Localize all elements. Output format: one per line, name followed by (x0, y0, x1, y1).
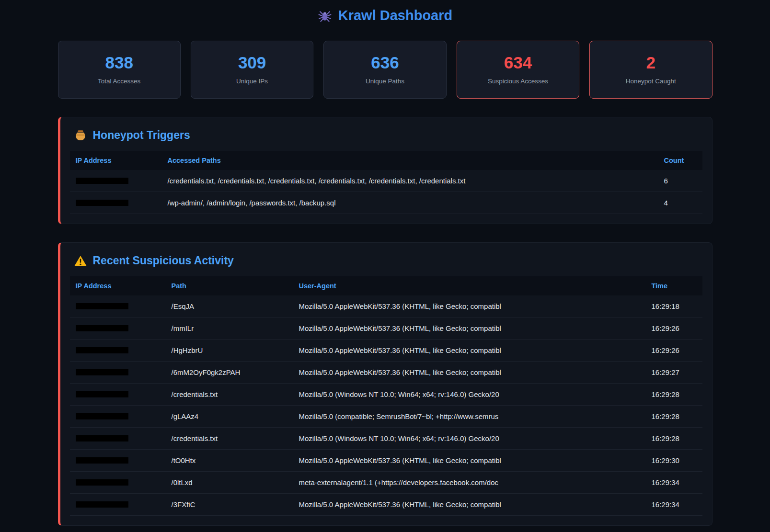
stat-label: Unique IPs (196, 78, 308, 85)
redacted-ip-bar (76, 347, 128, 353)
time-cell: 16:29:18 (646, 295, 702, 317)
warning-icon (74, 254, 87, 268)
ip-cell (70, 449, 166, 471)
path-cell: /mmILr (166, 317, 293, 339)
ip-cell (70, 317, 166, 339)
path-cell: /credentials.txt (166, 427, 293, 449)
ip-cell (70, 427, 166, 449)
path-cell: /3FXfiC (166, 493, 293, 515)
user-agent-cell: Mozilla/5.0 AppleWebKit/537.36 (KHTML, l… (293, 317, 646, 339)
redacted-ip-bar (76, 501, 128, 508)
redacted-ip-bar (76, 325, 128, 331)
ip-cell (70, 493, 166, 515)
path-cell: /0ltLxd (166, 471, 293, 493)
spider-icon (318, 9, 332, 23)
redacted-ip-bar (76, 303, 128, 309)
time-cell: 16:29:28 (646, 427, 702, 449)
time-cell: 16:29:26 (646, 339, 702, 361)
ip-cell (70, 383, 166, 405)
dashboard-viewport: Krawl Dashboard 838 Total Accesses 309 U… (0, 0, 770, 532)
table-row: /credentials.txtMozilla/5.0 (Windows NT … (70, 383, 702, 405)
table-row: /0ltLxdmeta-externalagent/1.1 (+https://… (70, 471, 702, 493)
column-header-count: Count (658, 151, 702, 170)
table-row: /credentials.txt, /credentials.txt, /cre… (70, 170, 702, 192)
time-cell: 16:29:30 (646, 449, 702, 471)
suspicious-section-title-text: Recent Suspicious Activity (93, 254, 234, 267)
path-cell: /HgHzbrU (166, 339, 293, 361)
time-cell: 16:29:34 (646, 471, 702, 493)
user-agent-cell: Mozilla/5.0 AppleWebKit/537.36 (KHTML, l… (293, 295, 646, 317)
stat-label: Unique Paths (329, 78, 441, 85)
time-cell: 16:29:28 (646, 405, 702, 427)
honeypot-table-header: IP Address Accessed Paths Count (70, 151, 702, 170)
time-cell: 16:29:26 (646, 317, 702, 339)
user-agent-cell: Mozilla/5.0 AppleWebKit/537.36 (KHTML, l… (293, 449, 646, 471)
suspicious-table-body: /EsqJAMozilla/5.0 AppleWebKit/537.36 (KH… (70, 295, 702, 516)
redacted-ip-bar (76, 457, 128, 464)
stats-row: 838 Total Accesses 309 Unique IPs 636 Un… (58, 41, 713, 99)
stat-card-total-accesses: 838 Total Accesses (58, 41, 181, 99)
path-cell: /6mM2OyF0gk2zPAH (166, 361, 293, 383)
path-cell: /tO0Htx (166, 449, 293, 471)
stat-label: Honeypot Caught (595, 78, 707, 85)
table-row: /tO0HtxMozilla/5.0 AppleWebKit/537.36 (K… (70, 449, 702, 471)
stat-card-unique-paths: 636 Unique Paths (323, 41, 446, 99)
stat-card-honeypot-caught: 2 Honeypot Caught (589, 41, 712, 99)
suspicious-table: IP Address Path User-Agent Time /EsqJAMo… (70, 276, 702, 516)
column-header-accessed-paths: Accessed Paths (162, 151, 658, 170)
stat-value: 2 (595, 54, 707, 72)
count-cell: 4 (658, 192, 702, 214)
honeypot-section-title-text: Honeypot Triggers (93, 129, 190, 142)
redacted-ip-bar (76, 200, 128, 206)
suspicious-section-title: Recent Suspicious Activity (70, 254, 702, 268)
redacted-ip-bar (76, 479, 128, 486)
honeypot-table: IP Address Accessed Paths Count /credent… (70, 151, 702, 214)
page-title: Krawl Dashboard (58, 8, 713, 23)
ip-cell (70, 361, 166, 383)
accessed-paths-cell: /credentials.txt, /credentials.txt, /cre… (162, 170, 658, 192)
table-row: /EsqJAMozilla/5.0 AppleWebKit/537.36 (KH… (70, 295, 702, 317)
dashboard-container: Krawl Dashboard 838 Total Accesses 309 U… (58, 0, 713, 526)
table-row: /HgHzbrUMozilla/5.0 AppleWebKit/537.36 (… (70, 339, 702, 361)
table-row: /wp-admin/, /admin/login, /passwords.txt… (70, 192, 702, 214)
path-cell: /credentials.txt (166, 383, 293, 405)
ip-cell (70, 339, 166, 361)
user-agent-cell: Mozilla/5.0 (Windows NT 10.0; Win64; x64… (293, 427, 646, 449)
user-agent-cell: Mozilla/5.0 AppleWebKit/537.36 (KHTML, l… (293, 493, 646, 515)
suspicious-table-header: IP Address Path User-Agent Time (70, 276, 702, 295)
honeypot-icon (74, 129, 87, 142)
redacted-ip-bar (76, 435, 128, 441)
redacted-ip-bar (76, 178, 128, 184)
honeypot-table-body: /credentials.txt, /credentials.txt, /cre… (70, 170, 702, 214)
suspicious-activity-section: Recent Suspicious Activity IP Address Pa… (58, 242, 713, 526)
column-header-user-agent: User-Agent (293, 276, 646, 295)
redacted-ip-bar (76, 391, 128, 397)
column-header-time: Time (646, 276, 702, 295)
ip-cell (70, 405, 166, 427)
user-agent-cell: Mozilla/5.0 (Windows NT 10.0; Win64; x64… (293, 383, 646, 405)
stat-value: 309 (196, 54, 308, 72)
column-header-ip-address: IP Address (70, 151, 162, 170)
count-cell: 6 (658, 170, 702, 192)
column-header-ip-address: IP Address (70, 276, 166, 295)
page-title-text: Krawl Dashboard (338, 8, 453, 23)
stat-value: 634 (462, 54, 574, 72)
stat-label: Total Accesses (63, 78, 175, 85)
honeypot-section-title: Honeypot Triggers (70, 129, 702, 142)
user-agent-cell: meta-externalagent/1.1 (+https://develop… (293, 471, 646, 493)
path-cell: /gLAAz4 (166, 405, 293, 427)
stat-label: Suspicious Accesses (462, 78, 574, 85)
stat-value: 636 (329, 54, 441, 72)
accessed-paths-cell: /wp-admin/, /admin/login, /passwords.txt… (162, 192, 658, 214)
table-row: /gLAAz4Mozilla/5.0 (compatible; SemrushB… (70, 405, 702, 427)
stat-card-suspicious-accesses: 634 Suspicious Accesses (457, 41, 579, 99)
stat-card-unique-ips: 309 Unique IPs (191, 41, 313, 99)
stat-value: 838 (63, 54, 175, 72)
time-cell: 16:29:34 (646, 493, 702, 515)
ip-cell (70, 471, 166, 493)
ip-cell (70, 295, 166, 317)
path-cell: /EsqJA (166, 295, 293, 317)
table-row: /mmILrMozilla/5.0 AppleWebKit/537.36 (KH… (70, 317, 702, 339)
time-cell: 16:29:28 (646, 383, 702, 405)
ip-cell (70, 170, 162, 192)
